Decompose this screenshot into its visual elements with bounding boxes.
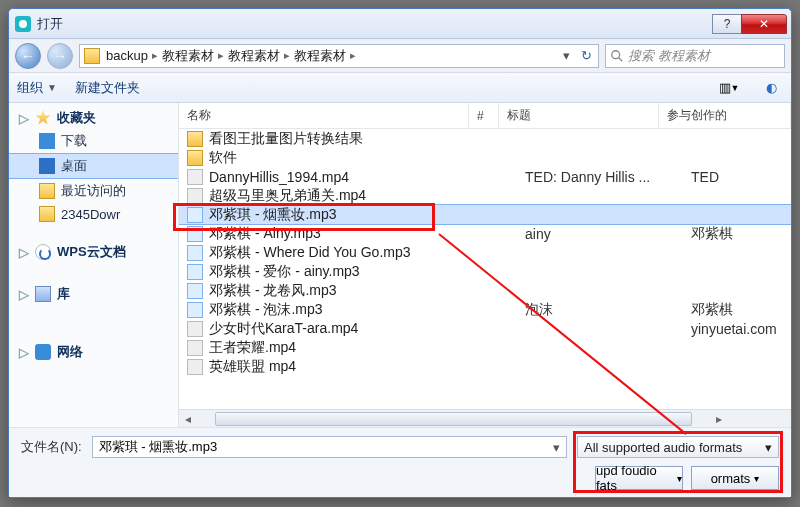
- network-icon: [35, 344, 51, 360]
- file-artist: 邓紫棋: [691, 225, 791, 243]
- sidebar-recent[interactable]: 最近访问的: [9, 179, 178, 203]
- file-name: 软件: [209, 149, 483, 167]
- dropdown-icon[interactable]: ▾: [563, 48, 570, 63]
- window-title: 打开: [37, 15, 713, 33]
- file-row[interactable]: 软件: [179, 148, 791, 167]
- search-input[interactable]: 搜索 教程素材: [605, 44, 785, 68]
- file-row[interactable]: 邓紫棋 - Where Did You Go.mp3: [179, 243, 791, 262]
- col-title[interactable]: 标题: [499, 103, 659, 128]
- file-pane: 名称 # 标题 参与创作的 看图王批量图片转换结果软件DannyHillis_1…: [179, 103, 791, 427]
- sidebar-downloads[interactable]: 下载: [9, 129, 178, 153]
- desktop-icon: [39, 158, 55, 174]
- file-name: 邓紫琪 - 烟熏妆.mp3: [209, 206, 483, 224]
- open-button[interactable]: upd foudio fats▾: [595, 466, 683, 490]
- sidebar-desktop[interactable]: 桌面: [9, 153, 178, 179]
- dropdown-icon[interactable]: ▾: [553, 440, 560, 455]
- file-artist: yinyuetai.com: [691, 321, 791, 337]
- open-dialog: 打开 ? ✕ ← → backup▸ 教程素材▸ 教程素材▸ 教程素材▸ ▾ ↻…: [8, 8, 792, 498]
- file-row[interactable]: 邓紫棋 - 泡沫.mp3泡沫邓紫棋: [179, 300, 791, 319]
- file-row[interactable]: 少女时代KaraT-ara.mp4yinyuetai.com: [179, 319, 791, 338]
- file-title: ainy: [525, 226, 685, 242]
- sidebar-network[interactable]: ▷网络: [9, 337, 178, 363]
- column-headers[interactable]: 名称 # 标题 参与创作的: [179, 103, 791, 129]
- chevron-right-icon: ▸: [284, 49, 290, 62]
- nav-row: ← → backup▸ 教程素材▸ 教程素材▸ 教程素材▸ ▾ ↻ 搜索 教程素…: [9, 39, 791, 73]
- file-name: 邓紫棋 - Ainy.mp3: [209, 225, 483, 243]
- file-list[interactable]: 看图王批量图片转换结果软件DannyHillis_1994.mp4TED: Da…: [179, 129, 791, 409]
- breadcrumb[interactable]: backup▸ 教程素材▸ 教程素材▸ 教程素材▸ ▾ ↻: [79, 44, 599, 68]
- col-name[interactable]: 名称: [179, 103, 469, 128]
- file-name: 英雄联盟 mp4: [209, 358, 483, 376]
- file-title: TED: Danny Hillis ...: [525, 169, 685, 185]
- file-row[interactable]: 英雄联盟 mp4: [179, 357, 791, 376]
- crumb[interactable]: backup: [106, 48, 148, 63]
- file-name: 看图王批量图片转换结果: [209, 130, 483, 148]
- file-name: 邓紫棋 - 龙卷风.mp3: [209, 282, 483, 300]
- folder-icon: [39, 183, 55, 199]
- file-name: 邓紫棋 - 爱你 - ainy.mp3: [209, 263, 483, 281]
- audio-file-icon: [187, 207, 203, 223]
- svg-point-0: [19, 20, 27, 28]
- filename-label: 文件名(N):: [21, 438, 82, 456]
- audio-file-icon: [187, 302, 203, 318]
- sidebar-2345[interactable]: 2345Dowr: [9, 203, 178, 225]
- dropdown-icon: ▾: [765, 440, 772, 455]
- sidebar-wps[interactable]: ▷WPS云文档: [9, 237, 178, 263]
- crumb[interactable]: 教程素材: [228, 47, 280, 65]
- organize-menu[interactable]: 组织 ▼: [17, 79, 57, 97]
- star-icon: [35, 110, 51, 126]
- file-name: 邓紫棋 - Where Did You Go.mp3: [209, 244, 483, 262]
- forward-button[interactable]: →: [47, 43, 73, 69]
- close-button[interactable]: ✕: [741, 14, 787, 34]
- file-row[interactable]: 邓紫琪 - 烟熏妆.mp3: [179, 205, 791, 224]
- file-artist: 邓紫棋: [691, 301, 791, 319]
- col-artist[interactable]: 参与创作的: [659, 103, 791, 128]
- scroll-right-icon[interactable]: ▸: [710, 412, 728, 426]
- file-row[interactable]: 邓紫棋 - Ainy.mp3ainy邓紫棋: [179, 224, 791, 243]
- file-type-filter[interactable]: All supported audio formats ▾: [577, 436, 779, 458]
- filename-input[interactable]: 邓紫琪 - 烟熏妆.mp3 ▾: [92, 436, 567, 458]
- scrollbar-thumb[interactable]: [215, 412, 692, 426]
- audio-file-icon: [187, 245, 203, 261]
- chevron-right-icon: ▸: [218, 49, 224, 62]
- help-button[interactable]: ?: [712, 14, 742, 34]
- video-file-icon: [187, 321, 203, 337]
- video-file-icon: [187, 188, 203, 204]
- svg-point-1: [612, 50, 620, 58]
- file-row[interactable]: 王者荣耀.mp4: [179, 338, 791, 357]
- search-placeholder: 搜索 教程素材: [628, 47, 710, 65]
- crumb[interactable]: 教程素材: [294, 47, 346, 65]
- file-row[interactable]: 看图王批量图片转换结果: [179, 129, 791, 148]
- cancel-button[interactable]: ormats▾: [691, 466, 779, 490]
- file-row[interactable]: 超级马里奥兄弟通关.mp4: [179, 186, 791, 205]
- file-row[interactable]: DannyHillis_1994.mp4TED: Danny Hillis ..…: [179, 167, 791, 186]
- toolbar: 组织 ▼ 新建文件夹 ▥ ▼ ◐: [9, 73, 791, 103]
- folder-icon: [39, 206, 55, 222]
- download-icon: [39, 133, 55, 149]
- file-name: DannyHillis_1994.mp4: [209, 169, 483, 185]
- refresh-button[interactable]: ↻: [574, 48, 598, 63]
- chevron-right-icon: ▸: [152, 49, 158, 62]
- folder-icon: [187, 131, 203, 147]
- video-file-icon: [187, 359, 203, 375]
- sidebar-library[interactable]: ▷库: [9, 279, 178, 305]
- sidebar-favorites[interactable]: ▷收藏夹: [9, 103, 178, 129]
- back-button[interactable]: ←: [15, 43, 41, 69]
- titlebar[interactable]: 打开 ? ✕: [9, 9, 791, 39]
- horizontal-scrollbar[interactable]: ◂ ▸: [179, 409, 791, 427]
- col-num[interactable]: #: [469, 103, 499, 128]
- audio-file-icon: [187, 226, 203, 242]
- file-row[interactable]: 邓紫棋 - 龙卷风.mp3: [179, 281, 791, 300]
- view-options-button[interactable]: ▥ ▼: [717, 77, 741, 99]
- help-icon[interactable]: ◐: [759, 77, 783, 99]
- chevron-right-icon: ▸: [350, 49, 356, 62]
- crumb[interactable]: 教程素材: [162, 47, 214, 65]
- file-name: 邓紫棋 - 泡沫.mp3: [209, 301, 483, 319]
- folder-icon: [84, 48, 100, 64]
- sidebar: ▷收藏夹 下载 桌面 最近访问的 2345Dowr ▷WPS云文档 ▷库 ▷网络: [9, 103, 179, 427]
- new-folder-button[interactable]: 新建文件夹: [75, 79, 140, 97]
- svg-line-2: [619, 57, 623, 61]
- file-row[interactable]: 邓紫棋 - 爱你 - ainy.mp3: [179, 262, 791, 281]
- scroll-left-icon[interactable]: ◂: [179, 412, 197, 426]
- footer: 文件名(N): 邓紫琪 - 烟熏妆.mp3 ▾ All supported au…: [9, 427, 791, 497]
